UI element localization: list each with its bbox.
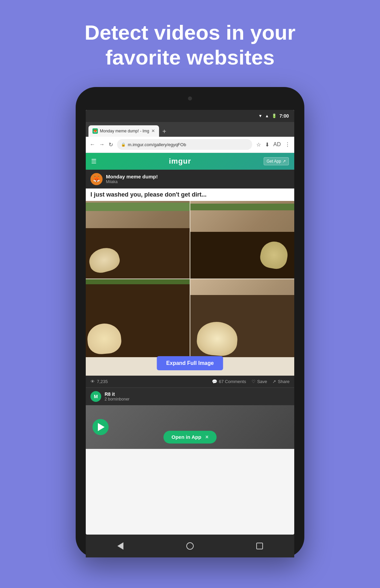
recents-nav-icon <box>256 543 263 549</box>
phone-mockup: ▼ ▲ 🔋 7:00 🦊 Monday meme dump! - Img ✕ +… <box>76 87 304 557</box>
post-avatar: 🦊 <box>90 173 103 185</box>
forward-button[interactable]: → <box>99 141 105 148</box>
wifi-icon: ▼ <box>258 114 262 118</box>
meme-grid <box>86 201 294 357</box>
post-info: Monday meme dump! Miiaka <box>106 174 158 184</box>
hero-title-line1: Detect videos in your <box>84 21 295 44</box>
new-tab-button[interactable]: + <box>159 128 170 135</box>
signal-icon: ▲ <box>265 114 269 118</box>
comment-icon: 💬 <box>212 379 217 384</box>
tab-close-button[interactable]: ✕ <box>151 128 155 133</box>
post-views: 👁 7,235 <box>90 379 108 384</box>
next-post-header: M R8 it 2 borninboner <box>86 387 294 405</box>
play-button[interactable] <box>92 419 109 435</box>
imgur-menu-icon[interactable]: ☰ <box>91 158 97 165</box>
share-icon: ↗ <box>272 379 276 384</box>
next-post-user: 2 borninboner <box>105 397 129 402</box>
play-icon <box>98 423 105 431</box>
battery-icon: 🔋 <box>272 114 277 118</box>
meme-cell-3 <box>86 279 190 357</box>
tab-favicon: 🦊 <box>92 128 98 134</box>
address-bar: ← → ↻ 🔒 m.imgur.com/gallery/egyqFOb ☆ ⬇ … <box>86 137 294 153</box>
post-caption: I just washed you, please don't get dirt… <box>86 188 294 201</box>
open-in-app-button[interactable]: Open in App × <box>163 431 217 444</box>
next-post-info: R8 it 2 borninboner <box>105 391 129 402</box>
app-icon: ↗ <box>282 159 286 164</box>
imgur-logo: imgur <box>169 157 191 166</box>
browser-tabs: 🦊 Monday meme dump! - Img ✕ + <box>86 122 294 137</box>
hero-title: Detect videos in your favorite websites <box>58 20 322 70</box>
nav-home-button[interactable] <box>185 541 195 551</box>
views-count: 7,235 <box>97 379 108 384</box>
post-image: Expand Full Image <box>86 201 294 376</box>
meme-cell-4 <box>190 279 294 357</box>
status-bar: ▼ ▲ 🔋 7:00 <box>86 110 294 122</box>
home-nav-icon <box>186 542 194 550</box>
share-button[interactable]: ↗ Share <box>272 379 290 384</box>
next-post-title: R8 it <box>105 391 129 397</box>
eye-icon: 👁 <box>90 379 95 384</box>
get-app-button[interactable]: Get App ↗ <box>264 157 289 165</box>
download-icon[interactable]: ⬇ <box>265 141 269 148</box>
next-post-image: Open in App × <box>86 405 294 449</box>
url-text: m.imgur.com/gallery/egyqFOb <box>128 142 186 147</box>
post-header: 🦊 Monday meme dump! Miiaka <box>86 170 294 188</box>
post-actions: 💬 67 Comments ♡ Save ↗ Share <box>212 379 290 384</box>
lock-icon: 🔒 <box>121 142 126 147</box>
phone-screen: ▼ ▲ 🔋 7:00 🦊 Monday meme dump! - Img ✕ +… <box>86 110 294 535</box>
back-nav-icon <box>117 542 123 550</box>
post-footer: 👁 7,235 💬 67 Comments ♡ Save ↗ Share <box>86 376 294 387</box>
ad-icon[interactable]: AD <box>273 141 281 148</box>
status-time: 7:00 <box>279 113 289 119</box>
post-title: Monday meme dump! <box>106 174 158 179</box>
tab-title: Monday meme dump! - Img <box>100 129 149 133</box>
phone-body: ▼ ▲ 🔋 7:00 🦊 Monday meme dump! - Img ✕ +… <box>76 87 304 557</box>
hero-title-line2: favorite websites <box>105 46 274 69</box>
back-button[interactable]: ← <box>90 141 95 148</box>
phone-navigation-bar <box>86 535 294 557</box>
reload-button[interactable]: ↻ <box>109 141 113 148</box>
meme-cell-2 <box>190 201 294 279</box>
nav-recents-button[interactable] <box>255 541 264 551</box>
post-username: Miiaka <box>106 179 158 184</box>
nav-back-button[interactable] <box>116 541 125 551</box>
url-input[interactable]: 🔒 m.imgur.com/gallery/egyqFOb <box>117 139 252 150</box>
close-open-in-app-icon[interactable]: × <box>205 434 208 440</box>
phone-camera <box>188 96 192 100</box>
chrome-action-buttons: ☆ ⬇ AD ⋮ <box>256 141 290 148</box>
comments-button[interactable]: 💬 67 Comments <box>212 379 246 384</box>
next-post-avatar: M <box>90 391 101 402</box>
imgur-header: ☰ imgur Get App ↗ <box>86 153 294 170</box>
browser-tab-active[interactable]: 🦊 Monday meme dump! - Img ✕ <box>88 125 159 137</box>
heart-icon: ♡ <box>252 379 256 384</box>
star-icon[interactable]: ☆ <box>256 141 261 148</box>
expand-full-image-button[interactable]: Expand Full Image <box>157 356 223 370</box>
save-button[interactable]: ♡ Save <box>252 379 267 384</box>
more-icon[interactable]: ⋮ <box>285 141 290 148</box>
meme-cell-1 <box>86 201 190 279</box>
